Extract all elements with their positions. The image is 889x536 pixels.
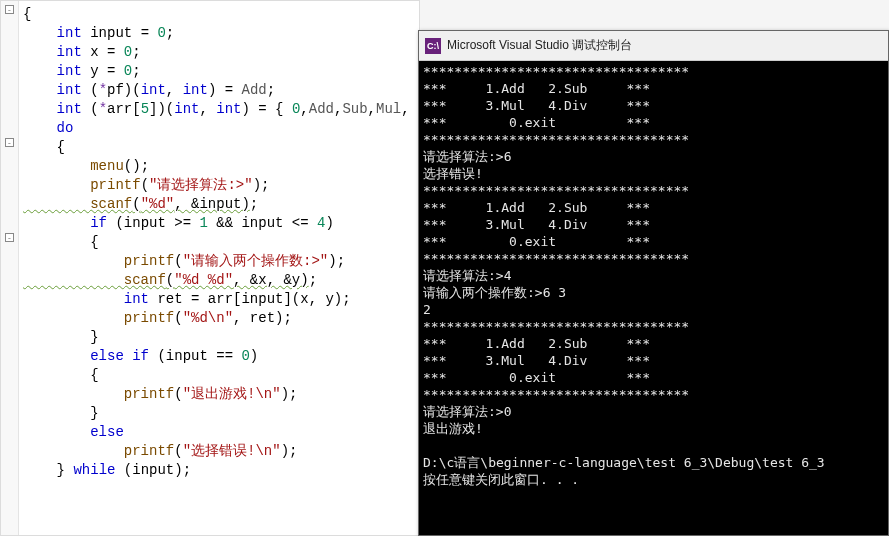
fold-icon[interactable]: -	[5, 5, 14, 14]
code-line: printf("%d\n", ret);	[23, 309, 410, 328]
code-line: }	[23, 404, 410, 423]
code-line: else if (input == 0)	[23, 347, 410, 366]
code-line: printf("退出游戏!\n");	[23, 385, 410, 404]
console-titlebar[interactable]: C:\ Microsoft Visual Studio 调试控制台	[419, 31, 888, 61]
code-line: {	[23, 5, 410, 24]
code-line: scanf("%d %d", &x, &y);	[23, 271, 410, 290]
code-editor[interactable]: - - - { int input = 0; int x = 0; int y …	[0, 0, 420, 536]
console-window: C:\ Microsoft Visual Studio 调试控制台 ******…	[418, 30, 889, 536]
code-line: int ret = arr[input](x, y);	[23, 290, 410, 309]
code-line: int (*pf)(int, int) = Add;	[23, 81, 410, 100]
code-line: {	[23, 233, 410, 252]
code-line: int input = 0;	[23, 24, 410, 43]
code-line: menu();	[23, 157, 410, 176]
code-line: printf("请输入两个操作数:>");	[23, 252, 410, 271]
fold-icon[interactable]: -	[5, 233, 14, 242]
code-line: int y = 0;	[23, 62, 410, 81]
code-line: }	[23, 328, 410, 347]
code-line: printf("选择错误!\n");	[23, 442, 410, 461]
code-line: if (input >= 1 && input <= 4)	[23, 214, 410, 233]
code-line: {	[23, 138, 410, 157]
code-line: } while (input);	[23, 461, 410, 480]
code-content[interactable]: { int input = 0; int x = 0; int y = 0; i…	[23, 5, 410, 480]
editor-gutter: - - -	[1, 1, 19, 535]
code-line: int (*arr[5])(int, int) = { 0,Add,Sub,Mu…	[23, 100, 410, 119]
console-title: Microsoft Visual Studio 调试控制台	[447, 37, 632, 54]
code-line: int x = 0;	[23, 43, 410, 62]
fold-icon[interactable]: -	[5, 138, 14, 147]
code-line: do	[23, 119, 410, 138]
console-icon: C:\	[425, 38, 441, 54]
code-line: printf("请选择算法:>");	[23, 176, 410, 195]
console-output[interactable]: ********************************** *** 1…	[419, 61, 888, 535]
code-line: scanf("%d", &input);	[23, 195, 410, 214]
code-line: {	[23, 366, 410, 385]
code-line: else	[23, 423, 410, 442]
